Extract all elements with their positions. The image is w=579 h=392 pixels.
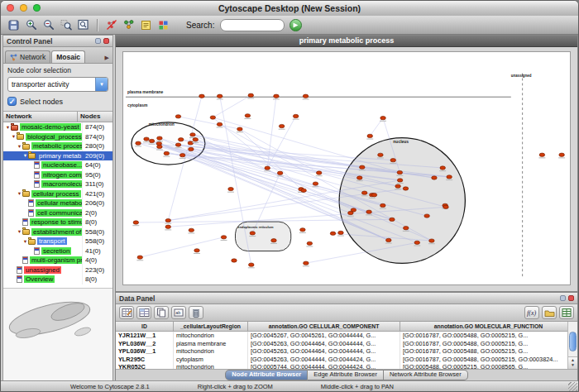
tree-item[interactable]: nitrogen compo...95(0): [3, 170, 112, 180]
network-node[interactable]: [432, 176, 438, 179]
tree-item[interactable]: cell communicat...2(0): [3, 208, 112, 218]
network-node[interactable]: [232, 259, 237, 262]
tab-edge-attribute-browser[interactable]: Edge Attribute Browser: [308, 370, 384, 380]
tree-item[interactable]: response to stimul...8(0): [3, 218, 112, 227]
table-row[interactable]: YJR121W__1mitochondrion[GO:0045267, GO:0…: [116, 332, 577, 340]
network-node[interactable]: [356, 176, 362, 179]
zoom-out-icon[interactable]: [41, 17, 56, 33]
network-node[interactable]: [164, 151, 170, 155]
network-canvas[interactable]: plasma membranecytoplasmmitochondrionnuc…: [123, 52, 570, 284]
network-node[interactable]: [293, 114, 299, 117]
network-node[interactable]: [271, 239, 277, 242]
tree-item[interactable]: ▼mosaic-demo-yeast874(0): [3, 122, 112, 132]
delete-attribute-icon[interactable]: [189, 306, 203, 319]
float-data-panel-icon[interactable]: [560, 295, 566, 301]
tree-item[interactable]: ▼cellular process421(0): [3, 189, 112, 199]
network-node[interactable]: [179, 154, 185, 157]
tree-item[interactable]: Overview8(0): [3, 275, 112, 284]
table-row[interactable]: YKR052Cmitochondrion[GO:0005744, GO:0044…: [116, 363, 577, 370]
tree-item[interactable]: ▼primary metab...209(0): [3, 151, 112, 161]
select-nodes-checkbox[interactable]: ✓: [7, 97, 17, 106]
network-node[interactable]: [245, 114, 251, 117]
network-node[interactable]: [274, 94, 280, 98]
tree-item[interactable]: unassigned223(0): [3, 265, 112, 275]
network-node[interactable]: [144, 137, 150, 141]
expand-arrow-icon[interactable]: ▼: [17, 229, 22, 234]
expand-arrow-icon[interactable]: ▼: [11, 134, 17, 139]
network-node[interactable]: [248, 263, 254, 266]
column-header[interactable]: ID: [116, 322, 174, 331]
tab-node-attribute-browser[interactable]: Node Attribute Browser: [225, 370, 308, 380]
expand-arrow-icon[interactable]: ▼: [22, 239, 28, 244]
network-node[interactable]: [165, 225, 171, 228]
minimize-button[interactable]: [20, 4, 27, 12]
network-node[interactable]: [338, 231, 344, 234]
hide-selected-icon[interactable]: [103, 17, 119, 33]
network-node[interactable]: [190, 133, 196, 136]
network-node[interactable]: [361, 191, 367, 194]
expand-arrow-icon[interactable]: ▼: [17, 191, 22, 196]
close-panel-icon[interactable]: [103, 38, 109, 44]
network-node[interactable]: [193, 138, 199, 141]
node-color-dropdown[interactable]: transporter activity ▼: [7, 77, 108, 92]
network-node[interactable]: [248, 93, 254, 97]
network-node[interactable]: [307, 241, 313, 245]
network-node[interactable]: [395, 184, 401, 188]
tree-item[interactable]: ▼biological_process874(0): [3, 132, 112, 142]
scrollbar-thumb[interactable]: [569, 332, 577, 351]
network-node[interactable]: [175, 143, 181, 146]
network-node[interactable]: [228, 187, 234, 190]
network-node[interactable]: [301, 189, 307, 192]
network-node[interactable]: [360, 165, 366, 169]
zoom-button[interactable]: [33, 4, 41, 12]
column-header[interactable]: annotation.GO CELLULAR_COMPONENT: [248, 322, 400, 331]
network-node[interactable]: [403, 187, 409, 190]
network-node[interactable]: [303, 94, 309, 98]
tree-item[interactable]: ▼establishment of lo...558(0): [3, 227, 112, 237]
tree-item[interactable]: cellular metabo...206(0): [3, 198, 112, 208]
network-node[interactable]: [380, 116, 386, 119]
network-node[interactable]: [397, 170, 403, 174]
tree-column-network[interactable]: Network: [3, 112, 78, 122]
zoom-in-icon[interactable]: [23, 17, 39, 33]
network-node[interactable]: [447, 175, 452, 179]
network-node[interactable]: [149, 139, 155, 142]
network-node[interactable]: [221, 236, 227, 239]
tab-mosaic[interactable]: Mosaic: [51, 50, 85, 63]
network-node[interactable]: [199, 94, 205, 98]
network-node[interactable]: [189, 147, 194, 151]
copy-attributes-icon[interactable]: [154, 306, 169, 319]
tab-scroll-right-icon[interactable]: ▶: [105, 55, 111, 63]
network-node[interactable]: [378, 153, 384, 156]
network-node[interactable]: [429, 239, 435, 242]
network-node[interactable]: [189, 228, 194, 232]
tree-column-nodes[interactable]: Nodes: [78, 112, 112, 122]
float-panel-icon[interactable]: [95, 38, 101, 44]
tree-item[interactable]: secretion41(0): [3, 246, 112, 256]
tree-item[interactable]: multi-organism pro...4(0): [3, 256, 112, 265]
network-node[interactable]: [250, 232, 256, 235]
zoom-fit-icon[interactable]: [75, 17, 91, 33]
network-node[interactable]: [371, 194, 377, 197]
network-node[interactable]: [380, 203, 386, 207]
network-node[interactable]: [304, 261, 309, 265]
tree-item[interactable]: macromolecule...311(0): [3, 179, 112, 189]
network-node[interactable]: [397, 179, 403, 182]
formula-builder-icon[interactable]: f(x): [524, 306, 539, 319]
expand-arrow-icon[interactable]: ▼: [22, 153, 28, 158]
tree-item[interactable]: ▼metabolic process280(0): [3, 141, 112, 151]
attribute-matrix-icon[interactable]: [559, 306, 574, 319]
network-node[interactable]: [348, 211, 354, 214]
network-node[interactable]: [366, 210, 372, 213]
new-network-from-selection-icon[interactable]: [121, 17, 136, 33]
tab-network-attribute-browser[interactable]: Network Attribute Browser: [384, 370, 468, 380]
network-node[interactable]: [178, 138, 184, 141]
table-row[interactable]: YPL036W__2plasma membrane[GO:0045263, GO…: [116, 340, 577, 348]
network-node[interactable]: [367, 134, 373, 137]
network-node[interactable]: [316, 171, 322, 174]
rename-attribute-icon[interactable]: ab: [171, 306, 186, 319]
close-button[interactable]: [7, 4, 14, 12]
network-node[interactable]: [313, 182, 318, 185]
network-node[interactable]: [539, 153, 545, 156]
resize-grip[interactable]: [568, 382, 577, 391]
